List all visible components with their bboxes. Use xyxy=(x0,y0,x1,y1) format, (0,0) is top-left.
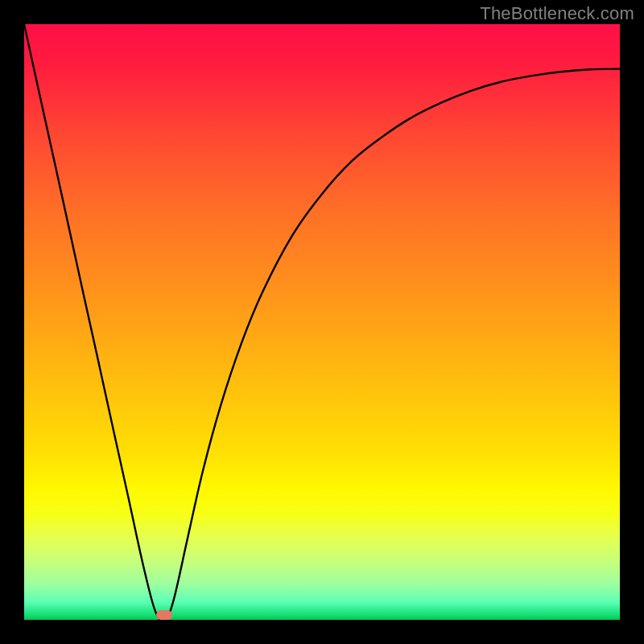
watermark-text: TheBottleneck.com xyxy=(480,3,634,24)
chart-frame: TheBottleneck.com xyxy=(0,0,644,644)
bottleneck-curve xyxy=(24,24,620,620)
plot-area xyxy=(24,24,620,620)
bottleneck-curve-path xyxy=(24,24,620,620)
minimum-marker xyxy=(156,610,172,620)
